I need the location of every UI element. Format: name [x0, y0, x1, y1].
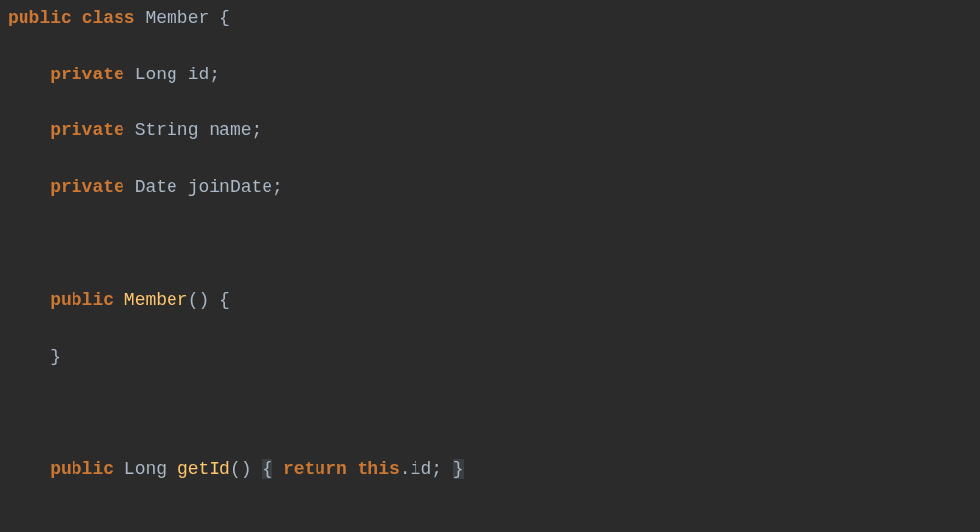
keyword-public: public: [50, 290, 114, 310]
type: Long: [135, 65, 177, 84]
field: joinDate: [188, 177, 272, 197]
code-line: [0, 511, 980, 532]
code-line: private Date joinDate;: [0, 173, 980, 202]
keyword-class: class: [82, 8, 135, 27]
keyword-this: this: [358, 459, 400, 479]
class-name: Member: [145, 8, 209, 27]
code-line: [0, 229, 980, 258]
field: id: [188, 65, 210, 84]
code-line: public Member() {: [0, 286, 980, 314]
type: Long: [124, 459, 167, 479]
keyword-private: private: [50, 177, 124, 197]
field-ref: id: [411, 459, 432, 479]
keyword-private: private: [50, 121, 124, 140]
type: String: [135, 121, 199, 140]
field: name: [209, 121, 251, 140]
type: Date: [135, 177, 177, 197]
method-name: getId: [177, 459, 230, 479]
fold-brace[interactable]: {: [262, 459, 272, 479]
fold-brace[interactable]: }: [453, 459, 464, 479]
code-line: private String name;: [0, 117, 980, 145]
keyword-return: return: [283, 459, 347, 479]
keyword-public: public: [50, 459, 114, 479]
code-line: public Long getId() { return this.id; }: [0, 456, 980, 484]
code-line: public class Member {: [0, 4, 980, 32]
keyword-public: public: [8, 8, 72, 27]
code-line: [0, 399, 980, 427]
constructor-name: Member: [124, 290, 188, 310]
code-editor[interactable]: public class Member { private Long id; p…: [0, 4, 980, 532]
keyword-private: private: [50, 65, 124, 84]
code-line: }: [0, 343, 980, 371]
code-line: private Long id;: [0, 61, 980, 89]
